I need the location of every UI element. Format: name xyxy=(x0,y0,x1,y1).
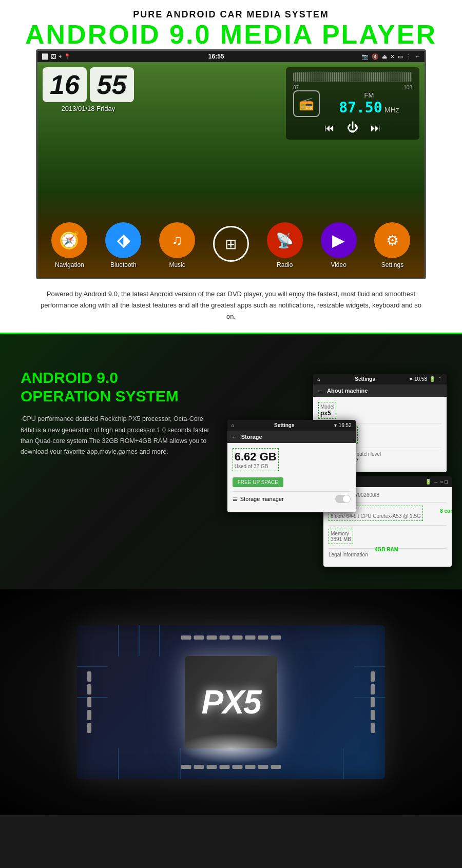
pin xyxy=(194,635,204,640)
ss2-header: ⌂ Settings ▾ 16:52 xyxy=(227,420,356,431)
pin xyxy=(258,765,268,769)
ss2-title: Settings xyxy=(274,422,294,428)
navigation-label: Navigation xyxy=(55,261,84,268)
pin xyxy=(245,635,256,640)
radio-icon-circle: 📡 xyxy=(267,222,303,258)
statusbar-right-icons: 📷 🔇 ⏏ ✕ ▭ ⋮ ← xyxy=(361,53,420,60)
ss3-back-nav: ← ○ □ xyxy=(433,479,448,485)
pin xyxy=(371,671,375,682)
radio-prev-button[interactable]: ⏮ xyxy=(324,122,335,134)
app-settings[interactable]: ⚙ Settings xyxy=(374,222,410,268)
ss3-memory-annotation: 4GB RAM xyxy=(375,547,398,552)
ss3-cpu-value: 8 core 64-bit CPU Coretex-A53 @ 1.5G xyxy=(331,513,421,519)
screen-mockup: ⬜ 🖼 + 📍 16:55 📷 🔇 ⏏ ✕ ▭ ⋮ ← xyxy=(36,49,426,279)
ss2-storage-row: 6.62 GB Used of 32 GB 32GB ROM xyxy=(233,448,351,471)
ss1-battery-icon: 🔋 xyxy=(429,376,435,382)
chip-center: PX5 xyxy=(185,656,277,748)
android-screenshots: ⌂ Settings ▾ 10:58 🔋 ⋮ ← About machine xyxy=(222,358,452,553)
screen-statusbar: ⬜ 🖼 + 📍 16:55 📷 🔇 ⏏ ✕ ▭ ⋮ ← xyxy=(37,51,425,62)
pin xyxy=(271,635,281,640)
ss3-cpu-annotation: 8 core 64-bit CPU xyxy=(440,508,452,514)
ss3-memory-row: Memory 3891 MB 4GB RAM xyxy=(329,529,447,544)
radio-widget: 87 108 📻 FM 87.50 MHz ⏮ ⏻ ⏭ xyxy=(286,67,419,140)
radio-unit: MHz xyxy=(384,106,399,114)
pin xyxy=(207,765,217,769)
ss3-legal-row: Legal information xyxy=(329,552,447,557)
ss1-model-row: Model px5 xyxy=(318,402,441,419)
pin xyxy=(371,710,375,720)
radio-controls: ⏮ ⏻ ⏭ xyxy=(293,121,412,134)
pin xyxy=(220,765,230,769)
pin xyxy=(245,765,256,769)
screen-wallpaper: 16 55 2013/01/18 Friday 87 108 📻 xyxy=(37,62,425,278)
radio-label: Radio xyxy=(277,261,293,268)
app-home[interactable]: ⊞ xyxy=(213,226,249,265)
radio-power-button[interactable]: ⏻ xyxy=(347,121,358,134)
more-icon: ⋮ xyxy=(406,53,412,60)
camera-icon: 📷 xyxy=(361,53,369,60)
ss2-manager-row: ☰ Storage manager xyxy=(233,495,351,503)
ss1-title: Settings xyxy=(355,376,375,382)
ss1-time: 10:58 xyxy=(414,376,427,382)
navigation-icon-circle: 🧭 xyxy=(51,222,87,258)
music-icon-circle: ♫ xyxy=(159,222,195,258)
chip-pins-right xyxy=(371,671,375,733)
ss1-model-label: Model xyxy=(320,404,334,410)
ss2-free-space-button[interactable]: FREE UP SPACE xyxy=(233,477,283,487)
settings-label: Settings xyxy=(381,261,403,268)
ss2-back-icon[interactable]: ← xyxy=(232,434,237,440)
settings-icon-circle: ⚙ xyxy=(374,222,410,258)
ss1-header: ⌂ Settings ▾ 10:58 🔋 ⋮ xyxy=(313,374,447,384)
ss1-back-icon[interactable]: ← xyxy=(317,388,323,394)
android-system-title: ANDROID 9.0 OPERATION SYSTEM xyxy=(21,369,212,406)
header-title: ANDROID 9.0 MEDIA PLAYER xyxy=(5,20,457,49)
ss3-right-icons: 🔋 ← ○ □ xyxy=(425,479,448,485)
ss3-memory-value: 3891 MB xyxy=(331,536,351,542)
radio-tuner xyxy=(293,72,412,82)
app-bluetooth[interactable]: ⬗ Bluetooth xyxy=(105,222,141,268)
android-left: ANDROID 9.0 OPERATION SYSTEM ·CPU perfor… xyxy=(10,358,212,457)
ss3-legal: Legal information xyxy=(329,552,447,557)
ss3-battery-icon: 🔋 xyxy=(425,479,431,485)
home-icon-circle: ⊞ xyxy=(213,226,249,262)
app-radio[interactable]: 📡 Radio xyxy=(267,222,303,268)
ss1-icons: ▾ 10:58 🔋 ⋮ xyxy=(410,376,442,382)
ss2-toggle[interactable] xyxy=(335,495,351,503)
pin xyxy=(371,684,375,695)
bluetooth-icon-circle: ⬗ xyxy=(105,222,141,258)
statusbar-time: 16:55 xyxy=(208,53,224,60)
android-section: ANDROID 9.0 OPERATION SYSTEM ·CPU perfor… xyxy=(0,333,462,589)
chip-section: PX5 xyxy=(0,589,462,815)
description-text: Powered by Android 9.0, the latest Andro… xyxy=(36,288,426,322)
pin xyxy=(258,635,268,640)
bluetooth-label: Bluetooth xyxy=(110,261,137,268)
radio-frequency: 87.50 xyxy=(339,99,382,116)
pin xyxy=(371,723,375,733)
music-label: Music xyxy=(169,261,185,268)
pin xyxy=(220,635,230,640)
pin xyxy=(371,697,375,707)
ss1-more-icon: ⋮ xyxy=(437,376,442,382)
header-section: PURE ANDROID CAR MEDIA SYSTEM ANDROID 9.… xyxy=(0,0,462,333)
chip-pins-top xyxy=(181,635,281,640)
ss2-storage-sub: Used of 32 GB xyxy=(235,464,277,469)
chip-px5-text: PX5 xyxy=(202,683,261,721)
ss1-home-icon: ⌂ xyxy=(317,376,320,382)
app-navigation[interactable]: 🧭 Navigation xyxy=(51,222,87,268)
video-label: Video xyxy=(331,261,346,268)
ss2-manager-label: Storage manager xyxy=(240,496,284,502)
close-icon: ✕ xyxy=(390,53,395,60)
pin xyxy=(194,765,204,769)
pin xyxy=(87,671,91,682)
ss2-body: 6.62 GB Used of 32 GB 32GB ROM FREE UP S… xyxy=(227,443,356,512)
ss3-memory-label: Memory xyxy=(331,531,351,536)
window-icon: ▭ xyxy=(398,53,403,60)
description-section: Powered by Android 9.0, the latest Andro… xyxy=(5,279,457,333)
chip-pins-left xyxy=(87,671,91,733)
app-video[interactable]: ▶ Video xyxy=(321,222,357,268)
radio-next-button[interactable]: ⏭ xyxy=(371,122,381,134)
pin xyxy=(271,765,281,769)
pin xyxy=(87,723,91,733)
app-music[interactable]: ♫ Music xyxy=(159,222,195,268)
photo-icon: 🖼 xyxy=(51,53,56,60)
